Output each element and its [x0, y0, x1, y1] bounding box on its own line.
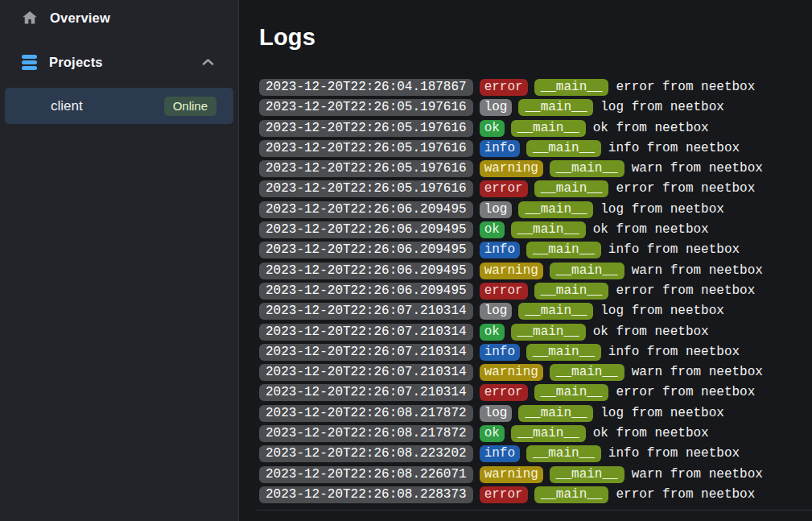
- log-level-badge: ok: [480, 425, 505, 442]
- log-row: 2023-12-20T22:26:04.187867 error __main_…: [259, 79, 812, 96]
- sidebar-item-label: Overview: [50, 10, 110, 26]
- log-level-badge: info: [480, 140, 520, 157]
- log-row: 2023-12-20T22:26:05.197616 ok __main__ o…: [259, 120, 812, 137]
- log-message: ok from neetbox: [593, 221, 709, 238]
- log-module-badge: __main__: [550, 364, 624, 381]
- log-row: 2023-12-20T22:26:08.223202 info __main__…: [259, 445, 812, 462]
- log-timestamp: 2023-12-20T22:26:05.197616: [259, 140, 473, 157]
- log-message: ok from neetbox: [593, 324, 709, 341]
- log-message: error from neetbox: [616, 180, 755, 197]
- log-level-badge: error: [480, 180, 528, 197]
- log-timestamp: 2023-12-20T22:26:07.210314: [259, 303, 473, 320]
- log-list-divider: [257, 510, 812, 511]
- log-timestamp: 2023-12-20T22:26:06.209495: [259, 283, 473, 300]
- log-message: ok from neetbox: [593, 425, 709, 442]
- sidebar-item-projects[interactable]: Projects: [0, 50, 238, 74]
- log-row: 2023-12-20T22:26:08.217872 log __main__ …: [259, 405, 812, 422]
- log-timestamp: 2023-12-20T22:26:08.228373: [259, 486, 473, 503]
- log-module-badge: __main__: [534, 283, 609, 300]
- log-module-badge: __main__: [534, 180, 609, 197]
- log-message: info from neetbox: [608, 140, 740, 157]
- log-timestamp: 2023-12-20T22:26:07.210314: [259, 324, 473, 341]
- log-module-badge: __main__: [534, 486, 609, 503]
- log-module-badge: __main__: [511, 120, 586, 137]
- log-list: 2023-12-20T22:26:04.187867 error __main_…: [259, 79, 812, 503]
- log-row: 2023-12-20T22:26:08.228373 error __main_…: [259, 486, 812, 503]
- log-timestamp: 2023-12-20T22:26:07.210314: [259, 384, 473, 401]
- log-level-badge: log: [480, 405, 513, 422]
- log-row: 2023-12-20T22:26:07.210314 warning __mai…: [259, 364, 812, 381]
- log-row: 2023-12-20T22:26:06.209495 log __main__ …: [259, 201, 812, 218]
- log-row: 2023-12-20T22:26:07.210314 error __main_…: [259, 384, 812, 401]
- log-module-badge: __main__: [534, 384, 609, 401]
- log-row: 2023-12-20T22:26:07.210314 ok __main__ o…: [259, 324, 812, 341]
- log-level-badge: ok: [480, 324, 505, 341]
- status-badge: Online: [164, 97, 216, 116]
- log-timestamp: 2023-12-20T22:26:08.217872: [259, 405, 473, 422]
- log-module-badge: __main__: [511, 221, 586, 238]
- page-title: Logs: [259, 24, 812, 50]
- log-module-badge: __main__: [550, 466, 624, 483]
- log-level-badge: warning: [480, 364, 543, 381]
- log-level-badge: error: [480, 79, 528, 96]
- menu-bar: [22, 66, 37, 70]
- log-message: log from neetbox: [600, 99, 724, 116]
- log-message: log from neetbox: [600, 201, 724, 218]
- log-level-badge: log: [480, 201, 513, 218]
- log-module-badge: __main__: [518, 99, 593, 116]
- log-level-badge: log: [480, 99, 513, 116]
- log-level-badge: log: [480, 303, 513, 320]
- log-timestamp: 2023-12-20T22:26:06.209495: [259, 242, 473, 258]
- log-level-badge: info: [480, 445, 520, 462]
- log-timestamp: 2023-12-20T22:26:05.197616: [259, 99, 473, 116]
- log-message: ok from neetbox: [593, 120, 709, 137]
- home-icon: [22, 10, 38, 26]
- log-message: error from neetbox: [616, 79, 755, 96]
- log-level-badge: error: [480, 283, 528, 300]
- log-message: info from neetbox: [608, 445, 740, 462]
- log-message: info from neetbox: [608, 242, 740, 258]
- log-level-badge: warning: [480, 160, 543, 177]
- log-level-badge: warning: [480, 263, 543, 279]
- log-timestamp: 2023-12-20T22:26:05.197616: [259, 120, 473, 137]
- log-row: 2023-12-20T22:26:08.226071 warning __mai…: [259, 466, 812, 483]
- log-message: log from neetbox: [600, 405, 724, 422]
- sidebar-item-overview[interactable]: Overview: [0, 6, 238, 30]
- log-row: 2023-12-20T22:26:07.210314 info __main__…: [259, 344, 812, 361]
- sidebar-item-label: Projects: [49, 55, 103, 70]
- log-module-badge: __main__: [550, 160, 624, 177]
- log-timestamp: 2023-12-20T22:26:07.210314: [259, 344, 473, 361]
- log-timestamp: 2023-12-20T22:26:05.197616: [259, 180, 473, 197]
- project-name: client: [51, 98, 83, 114]
- log-row: 2023-12-20T22:26:05.197616 error __main_…: [259, 180, 812, 197]
- sidebar-item-client[interactable]: client Online: [5, 88, 233, 124]
- chevron-up-icon: [201, 56, 215, 68]
- log-row: 2023-12-20T22:26:05.197616 info __main__…: [259, 140, 812, 157]
- log-level-badge: info: [480, 242, 520, 258]
- menu-bar: [22, 55, 37, 59]
- log-module-badge: __main__: [550, 263, 624, 279]
- log-message: error from neetbox: [616, 283, 755, 300]
- log-timestamp: 2023-12-20T22:26:06.209495: [259, 221, 473, 238]
- log-module-badge: __main__: [526, 140, 601, 157]
- log-module-badge: __main__: [511, 324, 586, 341]
- log-timestamp: 2023-12-20T22:26:04.187867: [259, 79, 473, 96]
- log-module-badge: __main__: [526, 344, 601, 361]
- log-timestamp: 2023-12-20T22:26:05.197616: [259, 160, 473, 177]
- log-module-badge: __main__: [526, 445, 601, 462]
- log-message: info from neetbox: [608, 344, 740, 361]
- log-message: warn from neetbox: [632, 364, 763, 381]
- log-row: 2023-12-20T22:26:05.197616 log __main__ …: [259, 99, 812, 116]
- log-message: error from neetbox: [616, 384, 755, 401]
- menu-bar: [22, 60, 37, 64]
- log-module-badge: __main__: [518, 405, 593, 422]
- sidebar: Overview Projects client Online: [0, 0, 239, 521]
- menu-icon: [22, 55, 37, 70]
- log-row: 2023-12-20T22:26:06.209495 info __main__…: [259, 242, 812, 258]
- log-message: warn from neetbox: [632, 466, 763, 483]
- log-row: 2023-12-20T22:26:07.210314 log __main__ …: [259, 303, 812, 320]
- log-module-badge: __main__: [518, 303, 593, 320]
- log-row: 2023-12-20T22:26:08.217872 ok __main__ o…: [259, 425, 812, 442]
- log-module-badge: __main__: [518, 201, 593, 218]
- log-message: warn from neetbox: [632, 160, 763, 177]
